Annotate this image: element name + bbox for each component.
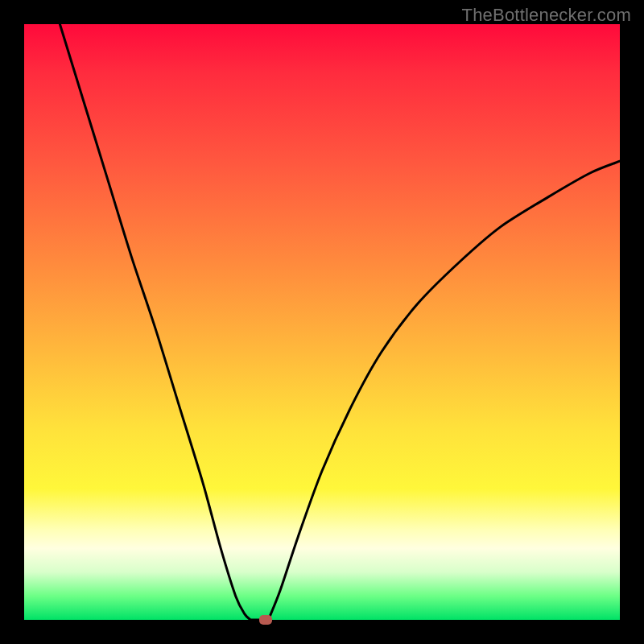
optimum-marker: [259, 615, 272, 625]
plot-area: [24, 24, 620, 620]
curve-path: [60, 24, 620, 621]
bottleneck-curve: [24, 24, 620, 620]
chart-frame: TheBottlenecker.com: [0, 0, 644, 644]
watermark-text: TheBottlenecker.com: [462, 5, 631, 26]
